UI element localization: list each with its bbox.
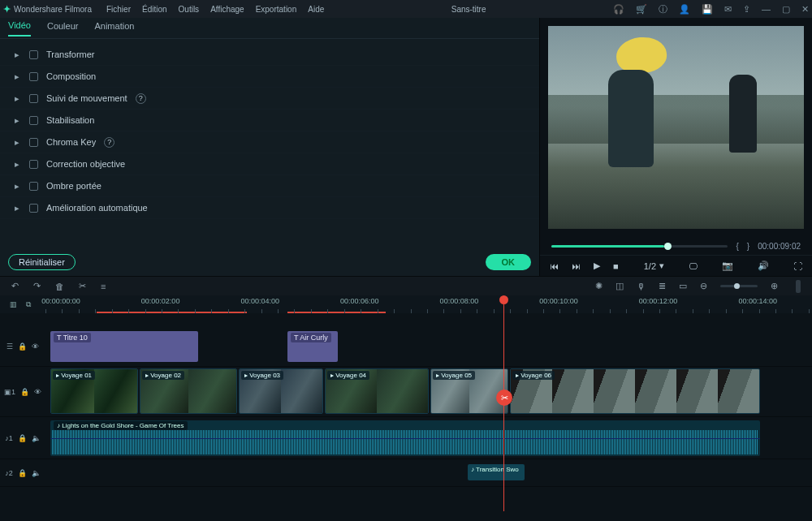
brace-open[interactable]: { (736, 242, 738, 251)
audio-track-icon[interactable]: ♪1 (5, 434, 13, 442)
prop-composition[interactable]: ▸ Composition (0, 66, 539, 88)
menu-help[interactable]: Aide (308, 5, 324, 14)
close-icon[interactable]: ✕ (801, 4, 809, 15)
video-track-icon[interactable]: ▣1 (4, 388, 15, 396)
checkbox[interactable] (29, 182, 38, 191)
cart-icon[interactable]: 🛒 (636, 4, 647, 15)
prop-auto-enhance[interactable]: ▸ Amélioration automatique (0, 197, 539, 219)
chevron-right-icon[interactable]: ▸ (15, 50, 21, 60)
upload-icon[interactable]: ⇪ (743, 4, 750, 15)
stop-button[interactable]: ■ (613, 261, 619, 271)
video-clip[interactable]: ▸ Voyage 01 (50, 368, 138, 414)
snapshot-icon[interactable]: 📷 (722, 260, 733, 271)
play-button[interactable]: ▶ (594, 260, 600, 271)
track-manager-icon[interactable]: ▥ (10, 300, 17, 308)
prop-drop-shadow[interactable]: ▸ Ombre portée (0, 175, 539, 197)
speaker-icon[interactable]: 🔈 (32, 469, 41, 477)
video-clip[interactable]: ▸ Voyage 02 (140, 368, 237, 414)
speaker-icon[interactable]: 🔈 (32, 434, 41, 442)
mail-icon[interactable]: ✉ (724, 4, 732, 15)
zoom-thumb[interactable] (734, 283, 740, 289)
tab-animation[interactable]: Animation (94, 21, 134, 36)
chevron-right-icon[interactable]: ▸ (15, 203, 21, 213)
headset-icon[interactable]: 🎧 (613, 4, 624, 15)
chevron-right-icon[interactable]: ▸ (15, 71, 21, 82)
crop-icon[interactable]: ◫ (615, 281, 624, 291)
menu-file[interactable]: Fichier (106, 5, 131, 14)
audio-track-body[interactable]: ♪ Lights on the Gold Shore - Game Of Tre… (45, 417, 812, 459)
menu-view[interactable]: Affichage (210, 5, 244, 14)
lock-icon[interactable]: 🔒 (18, 342, 27, 351)
eye-icon[interactable]: 👁 (32, 342, 39, 351)
tab-video[interactable]: Vidéo (8, 20, 31, 37)
redo-icon[interactable]: ↷ (33, 281, 41, 291)
lock-icon[interactable]: 🔒 (18, 434, 27, 442)
checkbox[interactable] (29, 116, 38, 125)
mic-record-icon[interactable]: 🎙 (637, 282, 646, 291)
chevron-right-icon[interactable]: ▸ (15, 159, 21, 170)
prop-transformer[interactable]: ▸ Transformer (0, 44, 539, 66)
zoom-in-icon[interactable]: ⊕ (771, 281, 778, 291)
checkbox[interactable] (29, 50, 38, 59)
volume-icon[interactable]: 🔊 (758, 260, 769, 271)
prev-frame-button[interactable]: ⏮ (550, 261, 559, 271)
transition-clip[interactable]: ♪ Transition Swo (468, 464, 525, 480)
ok-button[interactable]: OK (486, 254, 532, 270)
zoom-out-icon[interactable]: ⊖ (700, 281, 707, 291)
prop-chroma-key[interactable]: ▸ Chroma Key ? (0, 131, 539, 153)
color-settings-icon[interactable]: ✺ (595, 281, 603, 291)
eye-icon[interactable]: 👁 (34, 388, 41, 396)
timeline-scrollbar-thumb[interactable] (796, 280, 801, 293)
seek-slider[interactable] (551, 245, 728, 248)
split-icon[interactable]: ✂ (79, 281, 86, 291)
lock-icon[interactable]: 🔒 (18, 469, 27, 477)
ruler-scale[interactable]: 00:00:00:0000:00:02:0000:00:04:0000:00:0… (45, 295, 812, 313)
chevron-right-icon[interactable]: ▸ (15, 115, 21, 126)
save-icon[interactable]: 💾 (702, 4, 713, 15)
video-clip[interactable]: ▸ Voyage 03 (239, 368, 323, 414)
playhead[interactable] (503, 300, 504, 511)
chevron-right-icon[interactable]: ▸ (15, 181, 21, 192)
checkbox[interactable] (29, 94, 38, 103)
lock-icon[interactable]: 🔒 (20, 388, 29, 396)
user-icon[interactable]: 👤 (679, 4, 690, 15)
help-icon[interactable]: ? (136, 93, 146, 104)
reset-button[interactable]: Réinitialiser (8, 254, 76, 270)
marker-icon[interactable]: ▭ (679, 281, 687, 291)
track-menu-icon[interactable]: ☰ (6, 342, 13, 351)
tab-color[interactable]: Couleur (47, 21, 79, 36)
video-clip[interactable]: ▸ Voyage 05 (430, 368, 508, 414)
title-clip[interactable]: T Titre 10 (50, 331, 198, 362)
checkbox[interactable] (29, 160, 38, 169)
title-track-body[interactable]: T Titre 10T Air Curly (45, 326, 812, 366)
adjust-icon[interactable]: ≡ (101, 282, 106, 291)
preview-viewport[interactable] (548, 26, 804, 229)
video-track-body[interactable]: ▸ Voyage 01▸ Voyage 02▸ Voyage 03▸ Voyag… (45, 367, 812, 416)
video-clip[interactable]: ▸ Voyage 06 (510, 368, 760, 414)
audio-track-icon[interactable]: ♪2 (5, 469, 13, 477)
info-icon[interactable]: ⓘ (659, 3, 667, 15)
audio-track-body[interactable]: ♪ Transition Swo (45, 459, 812, 486)
timeline-zoom-slider[interactable] (720, 285, 758, 287)
fullscreen-icon[interactable]: ⛶ (793, 261, 802, 271)
next-frame-button[interactable]: ⏭ (572, 261, 581, 271)
menu-tools[interactable]: Outils (179, 5, 200, 14)
title-clip[interactable]: T Air Curly (287, 331, 338, 362)
menu-edit[interactable]: Édition (142, 5, 167, 14)
audio-clip[interactable]: ♪ Lights on the Gold Shore - Game Of Tre… (50, 420, 760, 456)
undo-icon[interactable]: ↶ (11, 281, 19, 291)
menu-export[interactable]: Exportation (256, 5, 297, 14)
prop-lens-correction[interactable]: ▸ Correction objective (0, 153, 539, 175)
split-marker-icon[interactable]: ✂ (496, 390, 512, 406)
checkbox[interactable] (29, 138, 38, 147)
brace-close[interactable]: } (747, 242, 749, 251)
chevron-right-icon[interactable]: ▸ (15, 137, 21, 148)
preview-zoom-select[interactable]: 1/2 ▾ (644, 260, 664, 271)
video-clip[interactable]: ▸ Voyage 04 (325, 368, 429, 414)
maximize-icon[interactable]: ▢ (782, 4, 790, 15)
chevron-right-icon[interactable]: ▸ (15, 93, 21, 104)
delete-icon[interactable]: 🗑 (55, 282, 64, 291)
link-icon[interactable]: ⧉ (26, 300, 31, 309)
timeline-ruler[interactable]: ▥ ⧉ 00:00:00:0000:00:02:0000:00:04:0000:… (0, 295, 812, 313)
checkbox[interactable] (29, 204, 38, 213)
